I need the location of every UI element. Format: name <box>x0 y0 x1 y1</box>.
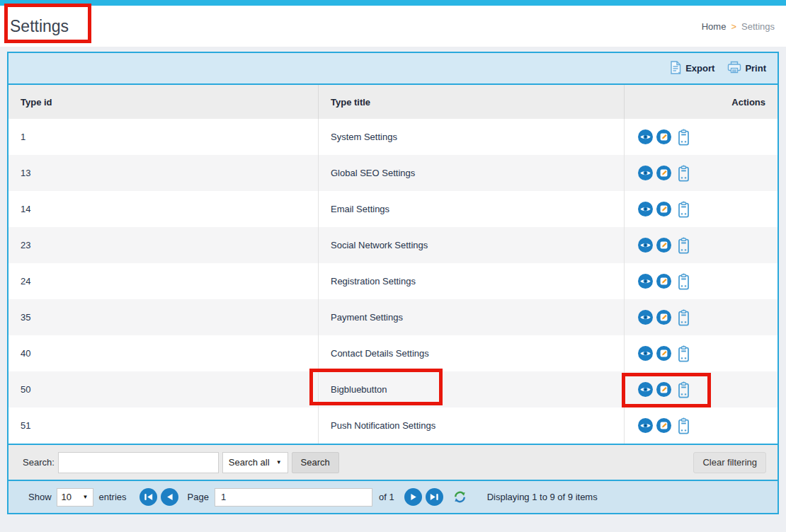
entries-per-page-select[interactable]: 10 ▼ <box>57 488 93 507</box>
cell-type-id: 35 <box>8 299 319 335</box>
clipboard-icon <box>677 273 690 290</box>
settings-panel: Export Print Type id Type title Actions … <box>7 52 779 514</box>
table-row: 1 System Settings <box>8 119 778 155</box>
search-bar: Search: Search all ▼ Search Clear filter… <box>8 444 778 480</box>
edit-icon <box>656 166 671 180</box>
show-label: Show <box>28 492 52 502</box>
breadcrumb: Home > Settings <box>702 21 775 32</box>
edit-button[interactable] <box>656 166 671 180</box>
export-icon <box>670 61 682 76</box>
details-button[interactable] <box>677 165 690 182</box>
cell-type-title: Bigbluebutton <box>319 371 625 407</box>
eye-icon <box>638 166 653 180</box>
details-button[interactable] <box>677 237 690 254</box>
edit-button[interactable] <box>656 238 671 253</box>
edit-icon <box>656 238 671 253</box>
details-button[interactable] <box>677 273 690 290</box>
search-label: Search: <box>23 457 55 468</box>
edit-button[interactable] <box>656 310 671 325</box>
clear-filtering-button[interactable]: Clear filtering <box>693 452 766 473</box>
column-header-type-id[interactable]: Type id <box>8 85 319 119</box>
page-count-label: of 1 <box>379 492 394 502</box>
cell-type-id: 24 <box>8 263 319 299</box>
export-label: Export <box>685 63 714 74</box>
edit-button[interactable] <box>656 418 671 433</box>
first-page-button[interactable] <box>139 488 157 506</box>
table-row: 35 Payment Settings <box>8 299 778 335</box>
top-accent-bar <box>0 0 786 6</box>
entries-label: entries <box>99 492 127 502</box>
page-label: Page <box>188 492 209 502</box>
eye-icon <box>638 238 653 253</box>
view-button[interactable] <box>638 418 653 433</box>
details-button[interactable] <box>677 381 690 398</box>
cell-type-title: System Settings <box>319 119 625 155</box>
cell-actions <box>625 263 778 299</box>
edit-icon <box>656 346 671 361</box>
table-body: 1 System Settings <box>8 119 778 444</box>
cell-actions <box>625 227 778 263</box>
last-page-button[interactable] <box>426 488 443 506</box>
cell-actions <box>625 335 778 371</box>
search-scope-select[interactable]: Search all ▼ <box>222 452 288 473</box>
print-button[interactable]: Print <box>727 61 766 76</box>
cell-type-id: 14 <box>8 191 319 227</box>
clipboard-icon <box>677 345 690 362</box>
edit-icon <box>656 129 671 144</box>
details-button[interactable] <box>677 345 690 362</box>
edit-icon <box>656 382 671 397</box>
edit-button[interactable] <box>656 274 671 289</box>
search-input[interactable] <box>58 452 219 473</box>
page-title: Settings <box>10 17 69 36</box>
view-button[interactable] <box>638 310 653 325</box>
previous-page-button[interactable] <box>161 488 178 506</box>
page-header: Settings Home > Settings <box>0 6 786 47</box>
pagination-bar: Show 10 ▼ entries Page of 1 <box>8 480 778 513</box>
breadcrumb-separator: > <box>731 21 736 32</box>
column-header-type-title[interactable]: Type title <box>319 85 625 119</box>
details-button[interactable] <box>677 417 690 434</box>
details-button[interactable] <box>677 201 690 218</box>
breadcrumb-home[interactable]: Home <box>702 21 727 32</box>
details-button[interactable] <box>677 129 690 146</box>
edit-icon <box>656 418 671 433</box>
cell-type-title: Email Settings <box>319 191 625 227</box>
entries-value: 10 <box>62 492 72 502</box>
clipboard-icon <box>677 381 690 398</box>
cell-type-title: Registration Settings <box>319 263 625 299</box>
view-button[interactable] <box>638 274 653 289</box>
clipboard-icon <box>677 165 690 182</box>
page-number-input[interactable] <box>215 488 372 507</box>
cell-type-id: 23 <box>8 227 319 263</box>
view-button[interactable] <box>638 382 653 397</box>
cell-actions <box>625 155 778 191</box>
refresh-icon[interactable] <box>452 490 467 504</box>
table-row: 13 Global SEO Settings <box>8 155 778 191</box>
cell-actions <box>625 119 778 155</box>
view-button[interactable] <box>638 346 653 361</box>
clipboard-icon <box>677 309 690 326</box>
details-button[interactable] <box>677 309 690 326</box>
cell-type-id: 50 <box>8 371 319 407</box>
eye-icon <box>638 274 653 289</box>
edit-button[interactable] <box>656 202 671 216</box>
eye-icon <box>638 310 653 325</box>
cell-type-title: Payment Settings <box>319 299 625 335</box>
edit-button[interactable] <box>656 382 671 397</box>
cell-type-id: 1 <box>8 119 319 155</box>
view-button[interactable] <box>638 202 653 216</box>
cell-actions <box>625 407 778 444</box>
export-button[interactable]: Export <box>670 61 714 76</box>
table-row: 23 Social Network Settings <box>8 227 778 263</box>
view-button[interactable] <box>638 238 653 253</box>
view-button[interactable] <box>638 129 653 144</box>
chevron-down-icon: ▼ <box>276 459 282 466</box>
edit-button[interactable] <box>656 346 671 361</box>
view-button[interactable] <box>638 166 653 180</box>
search-button[interactable]: Search <box>292 452 339 473</box>
table-toolbar: Export Print <box>8 53 778 85</box>
next-page-button[interactable] <box>404 488 422 506</box>
edit-button[interactable] <box>656 129 671 144</box>
table-row: 51 Push Notification Settings <box>8 407 778 444</box>
cell-type-title: Social Network Settings <box>319 227 625 263</box>
